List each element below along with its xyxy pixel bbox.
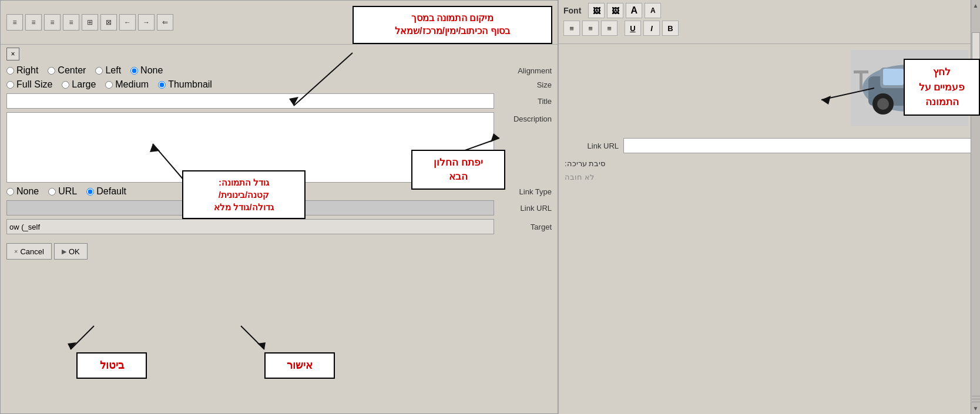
callout-next-window: יפתח החלון הבא [411, 150, 505, 190]
alignment-section: Right Center Left None Alignmen [6, 65, 552, 76]
callout-size-line3: גדולה/גודל מלא [214, 202, 273, 212]
font-label: Font [563, 6, 581, 15]
right-link-url-input[interactable] [623, 138, 974, 153]
buttons-row: × Cancel ▶ OK [6, 243, 552, 260]
alignment-field-label: Alignment [499, 66, 552, 75]
callout-image-position-line1: מיקום התמונה במסך [411, 13, 494, 23]
toolbar-btn-8[interactable]: → [138, 14, 155, 31]
callout-size-line1: גודל התמונה: [219, 177, 269, 187]
italic-btn[interactable]: I [643, 21, 660, 36]
alignment-center-radio[interactable] [48, 67, 55, 75]
right-toolbar-row-2: ≡ ≡ ≡ U I B [563, 21, 975, 36]
bold-btn[interactable]: B [662, 21, 679, 36]
size-full[interactable]: Full Size [6, 79, 52, 90]
callout-image-position-line2: בסוף הכיתוב/ימין/מרכז/שמאל [395, 26, 510, 36]
toolbar-btn-4[interactable]: ≡ [63, 14, 79, 31]
size-thumbnail-radio[interactable] [158, 81, 166, 89]
alignment-none-label: None [140, 65, 163, 76]
align-center-btn[interactable]: ≡ [582, 21, 599, 36]
link-default-radio[interactable] [86, 188, 94, 196]
link-none-radio[interactable] [6, 188, 14, 196]
title-input[interactable] [6, 93, 494, 109]
callout-next-window-line1: יפתח החלון [434, 157, 483, 168]
alignment-right-radio[interactable] [6, 67, 14, 75]
link-default[interactable]: Default [86, 186, 126, 197]
align-left-btn[interactable]: ≡ [563, 21, 580, 36]
underline-btn[interactable]: U [625, 21, 641, 36]
size-medium[interactable]: Medium [105, 79, 149, 90]
link-none-label: None [16, 186, 39, 197]
callout-size-line2: קטנה/בינונית/ [219, 190, 269, 200]
align-right-btn[interactable]: ≡ [601, 21, 617, 36]
image2-icon-btn[interactable]: 🖼 [607, 3, 623, 18]
hebrew-label-row: סיבת עריכה: [565, 159, 974, 168]
link-none[interactable]: None [6, 186, 39, 197]
underline-icon: U [630, 24, 635, 33]
bold-icon: B [667, 24, 673, 33]
size-field-label: Size [499, 80, 552, 89]
right-link-url-label: Link URL [565, 142, 623, 150]
cancel-button[interactable]: × Cancel [6, 243, 52, 260]
alignment-center[interactable]: Center [48, 65, 86, 76]
alignment-left-label: Left [105, 65, 121, 76]
alignment-right-label: Right [16, 65, 38, 76]
size-full-radio[interactable] [6, 81, 14, 89]
ok-button[interactable]: ▶ OK [54, 243, 88, 260]
font-size-icon-btn[interactable]: A [626, 3, 642, 18]
alignment-none[interactable]: None [130, 65, 163, 76]
toolbar-btn-7[interactable]: ← [119, 14, 136, 31]
alignment-left-radio[interactable] [95, 67, 103, 75]
toolbar-btn-1[interactable]: ≡ [6, 14, 23, 31]
size-section: Full Size Large Medium Thumbnail [6, 79, 552, 90]
size-large-label: Large [72, 79, 96, 90]
target-section: ow (_self Target [6, 219, 552, 234]
size-medium-radio[interactable] [105, 81, 113, 89]
callout-ok: אישור [264, 352, 335, 379]
right-toolbar-row-1: Font 🖼 🖼 A A [563, 3, 975, 18]
scrollbar-down-arrow[interactable]: ▼ [973, 405, 979, 412]
size-large[interactable]: Large [62, 79, 96, 90]
scrollbar-line-1 [972, 396, 980, 396]
title-field-label: Title [499, 97, 552, 106]
callout-image-position: מיקום התמונה במסך בסוף הכיתוב/ימין/מרכז/… [353, 6, 552, 44]
callout-cancel-label: ביטול [100, 359, 124, 371]
svg-rect-11 [854, 70, 868, 73]
size-radios: Full Size Large Medium Thumbnail [6, 79, 499, 90]
svg-rect-10 [860, 72, 862, 90]
size-thumbnail[interactable]: Thumbnail [158, 79, 212, 90]
target-display: ow (_self [6, 219, 494, 234]
callout-cancel: ביטול [76, 352, 147, 379]
scrollbar-line-2 [972, 399, 980, 399]
alignment-none-radio[interactable] [130, 67, 138, 75]
not-required-row: לא חובה [565, 173, 974, 181]
callout-size: גודל התמונה: קטנה/בינונית/ גדולה/גודל מל… [182, 170, 306, 219]
link-url-radio[interactable] [48, 188, 56, 196]
callout-click-line3: התמונה [925, 96, 959, 107]
cancel-label: Cancel [20, 247, 43, 256]
toolbar-btn-9[interactable]: ⇐ [157, 14, 173, 31]
close-button[interactable]: × [6, 48, 19, 60]
right-link-url-row: Link URL [565, 138, 974, 153]
svg-rect-4 [883, 69, 904, 85]
italic-icon: I [650, 24, 653, 33]
toolbar-btn-2[interactable]: ≡ [25, 14, 42, 31]
font-size2-icon-btn[interactable]: A [645, 3, 661, 18]
svg-point-7 [877, 98, 889, 110]
alignment-right[interactable]: Right [6, 65, 38, 76]
size-medium-label: Medium [115, 79, 149, 90]
link-type-field-label: Link Type [499, 187, 552, 196]
toolbar-btn-3[interactable]: ≡ [44, 14, 61, 31]
scrollbar-up-arrow[interactable]: ▲ [973, 2, 979, 9]
size-large-radio[interactable] [62, 81, 69, 89]
image-icon-btn[interactable]: 🖼 [588, 3, 605, 18]
target-field-label: Target [499, 223, 552, 231]
link-url[interactable]: URL [48, 186, 77, 197]
description-field-label: Description [499, 112, 552, 123]
callout-click-line2: פעמיים על [919, 82, 965, 93]
callout-ok-label: אישור [287, 359, 313, 371]
alignment-left[interactable]: Left [95, 65, 121, 76]
toolbar-btn-5[interactable]: ⊞ [82, 14, 98, 31]
size-thumbnail-label: Thumbnail [168, 79, 212, 90]
toolbar-btn-6[interactable]: ⊠ [100, 14, 117, 31]
callout-click-line1: לחץ [933, 66, 951, 78]
